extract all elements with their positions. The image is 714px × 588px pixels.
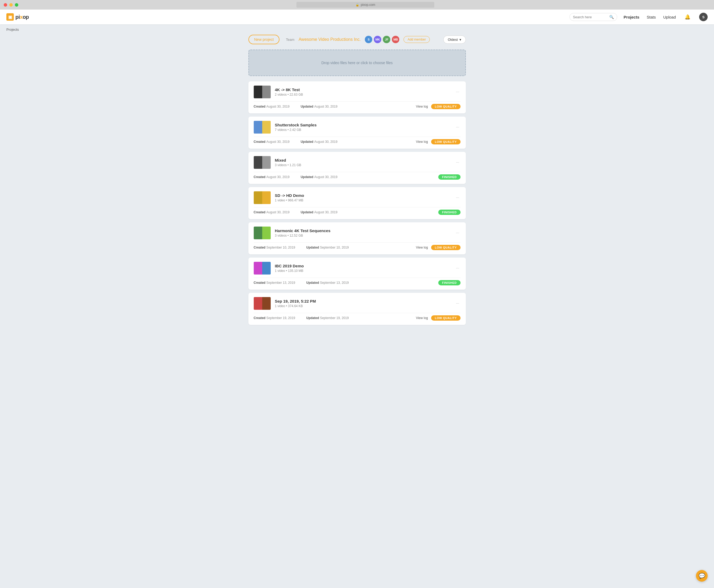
thumb-left (254, 262, 262, 274)
project-card[interactable]: Mixed 3 videos • 1.21 GB ··· Created Aug… (248, 152, 466, 184)
project-menu-button[interactable]: ··· (455, 300, 460, 307)
user-avatar[interactable]: S (699, 13, 708, 21)
created-label: Created (254, 175, 266, 179)
project-meta: 1 video • 374.64 KB (275, 304, 451, 308)
project-title: Harmonic 4K Test Sequences (275, 228, 451, 233)
main-content: New project Team Awesome Video Productio… (243, 35, 471, 339)
project-menu-button[interactable]: ··· (455, 159, 460, 166)
breadcrumb: Projects (0, 24, 714, 35)
updated-date: August 30, 2019 (314, 140, 337, 144)
nav-stats[interactable]: Stats (647, 15, 656, 19)
member-avatars: S MK JF MB (365, 36, 399, 43)
close-btn[interactable] (4, 3, 7, 7)
member-avatar-mb[interactable]: MB (392, 36, 399, 43)
member-avatar-jf[interactable]: JF (383, 36, 390, 43)
project-info: Shutterstock Samples 7 videos • 2.42 GB (275, 123, 451, 132)
project-menu-button[interactable]: ··· (455, 194, 460, 201)
nav-links: Projects Stats Upload 🔔 S (624, 13, 708, 21)
project-card-top: IBC 2019 Demo 1 video • 135.10 MB ··· (254, 262, 461, 274)
address-bar: 🔒 pixop.com (297, 2, 434, 8)
sort-button[interactable]: Oldest ▾ (443, 36, 466, 44)
created-date: August 30, 2019 (266, 175, 289, 179)
minimize-btn[interactable] (9, 3, 13, 7)
drop-zone[interactable]: Drop video files here or click to choose… (248, 49, 466, 76)
new-project-button[interactable]: New project (248, 35, 280, 44)
thumb-left (254, 86, 262, 98)
view-log-link[interactable]: View log (416, 140, 428, 144)
project-info: SD -> HD Demo 1 video • 966.47 MB (275, 193, 451, 202)
view-log-link[interactable]: View log (416, 246, 428, 249)
nav-upload[interactable]: Upload (663, 15, 676, 19)
project-card-bottom: Created August 30, 2019 Updated August 3… (254, 102, 461, 109)
project-thumbnail (254, 86, 271, 98)
project-thumbnail (254, 227, 271, 239)
created-label: Created (254, 281, 266, 285)
status-badge: FINISHED (438, 174, 460, 180)
created-date: September 10, 2019 (266, 246, 295, 249)
project-info: 4K -> 8K Test 2 videos • 22.63 GB (275, 87, 451, 97)
project-meta: 2 videos • 22.63 GB (275, 93, 451, 97)
project-thumbnail (254, 156, 271, 169)
view-log-link[interactable]: View log (416, 316, 428, 320)
project-card[interactable]: Sep 19, 2019, 5:22 PM 1 video • 374.64 K… (248, 293, 466, 325)
project-card-bottom: Created August 30, 2019 Updated August 3… (254, 137, 461, 144)
thumb-right (262, 227, 271, 239)
project-card-bottom: Created September 13, 2019 Updated Septe… (254, 278, 461, 286)
created-date: August 30, 2019 (266, 105, 289, 108)
project-card-top: SD -> HD Demo 1 video • 966.47 MB ··· (254, 191, 461, 204)
project-card[interactable]: Harmonic 4K Test Sequences 3 videos • 12… (248, 222, 466, 254)
chat-icon: 💬 (699, 573, 705, 579)
member-avatar-mk[interactable]: MK (374, 36, 381, 43)
updated-date: August 30, 2019 (314, 210, 337, 214)
logo[interactable]: ▣ pixop (6, 13, 29, 21)
notification-bell-icon[interactable]: 🔔 (683, 13, 692, 21)
updated-label: Updated (304, 246, 319, 249)
project-title: Mixed (275, 158, 451, 163)
search-input[interactable] (573, 15, 608, 19)
project-card[interactable]: SD -> HD Demo 1 video • 966.47 MB ··· Cr… (248, 187, 466, 219)
updated-label: Updated (298, 140, 313, 144)
created-date: September 19, 2019 (266, 316, 295, 320)
search-icon: 🔍 (609, 15, 614, 19)
thumb-right (262, 121, 271, 133)
maximize-btn[interactable] (15, 3, 18, 7)
project-menu-button[interactable]: ··· (455, 230, 460, 236)
project-thumbnail (254, 191, 271, 204)
project-menu-button[interactable]: ··· (455, 265, 460, 272)
project-card[interactable]: Shutterstock Samples 7 videos • 2.42 GB … (248, 117, 466, 149)
thumb-left (254, 156, 262, 169)
thumb-right (262, 156, 271, 169)
updated-date: August 30, 2019 (314, 175, 337, 179)
created-label: Created (254, 246, 266, 249)
project-thumbnail (254, 121, 271, 133)
project-card[interactable]: IBC 2019 Demo 1 video • 135.10 MB ··· Cr… (248, 257, 466, 290)
projects-list: 4K -> 8K Test 2 videos • 22.63 GB ··· Cr… (248, 81, 466, 325)
project-title: Shutterstock Samples (275, 123, 451, 127)
chat-button[interactable]: 💬 (696, 570, 708, 582)
project-meta: 1 video • 966.47 MB (275, 198, 451, 202)
updated-label: Updated (304, 316, 319, 320)
project-card[interactable]: 4K -> 8K Test 2 videos • 22.63 GB ··· Cr… (248, 81, 466, 113)
updated-date: September 10, 2019 (320, 246, 349, 249)
sort-label: Oldest (448, 38, 458, 42)
address-text: pixop.com (361, 3, 375, 7)
project-menu-button[interactable]: ··· (455, 124, 460, 131)
project-menu-button[interactable]: ··· (455, 88, 460, 96)
view-log-link[interactable]: View log (416, 105, 428, 108)
project-meta: 3 videos • 12.52 GB (275, 234, 451, 237)
project-title: SD -> HD Demo (275, 193, 451, 198)
project-card-bottom: Created September 19, 2019 Updated Septe… (254, 313, 461, 321)
project-title: IBC 2019 Demo (275, 264, 451, 268)
status-badge: LOW QUALITY (431, 245, 461, 250)
project-thumbnail (254, 297, 271, 310)
add-member-button[interactable]: Add member (404, 36, 430, 43)
created-date: August 30, 2019 (266, 140, 289, 144)
team-label: Team (286, 38, 294, 42)
project-info: Sep 19, 2019, 5:22 PM 1 video • 374.64 K… (275, 299, 451, 308)
nav-projects[interactable]: Projects (624, 15, 639, 19)
project-thumbnail (254, 262, 271, 274)
team-name: Awesome Video Productions Inc. (299, 37, 361, 42)
member-avatar-s[interactable]: S (365, 36, 372, 43)
thumb-right (262, 191, 271, 204)
project-card-top: 4K -> 8K Test 2 videos • 22.63 GB ··· (254, 86, 461, 98)
